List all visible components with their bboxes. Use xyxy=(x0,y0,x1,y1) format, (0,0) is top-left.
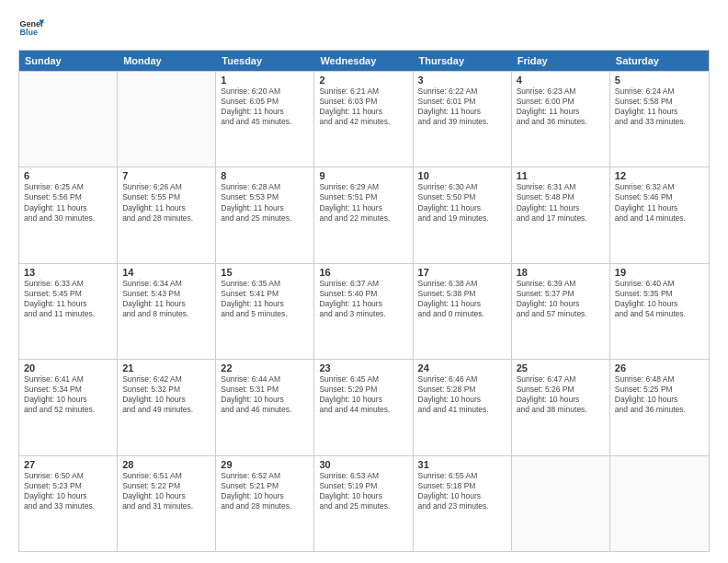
daylight-text: Daylight: 10 hours xyxy=(615,395,704,405)
sunrise-text: Sunrise: 6:38 AM xyxy=(418,279,506,289)
sunset-text: Sunset: 5:50 PM xyxy=(418,192,506,202)
day-number: 8 xyxy=(221,170,309,181)
calendar-row: 20Sunrise: 6:41 AMSunset: 5:34 PMDayligh… xyxy=(19,359,709,454)
sunset-text: Sunset: 5:41 PM xyxy=(221,289,309,299)
sunrise-text: Sunrise: 6:31 AM xyxy=(517,182,605,192)
sunrise-text: Sunrise: 6:33 AM xyxy=(24,279,112,289)
day-number: 7 xyxy=(122,170,210,181)
calendar-cell: 11Sunrise: 6:31 AMSunset: 5:48 PMDayligh… xyxy=(512,167,610,262)
sunset-text: Sunset: 5:31 PM xyxy=(221,385,309,395)
daylight-text: Daylight: 10 hours xyxy=(24,491,112,501)
calendar-cell xyxy=(118,72,216,167)
sunset-text: Sunset: 5:29 PM xyxy=(319,385,407,395)
daylight-text-cont: and and 46 minutes. xyxy=(221,405,309,415)
daylight-text: Daylight: 11 hours xyxy=(221,107,309,117)
calendar-cell: 7Sunrise: 6:26 AMSunset: 5:55 PMDaylight… xyxy=(118,167,216,262)
calendar-cell: 31Sunrise: 6:55 AMSunset: 5:18 PMDayligh… xyxy=(414,456,512,551)
daylight-text: Daylight: 10 hours xyxy=(319,491,407,501)
day-number: 2 xyxy=(319,75,407,86)
daylight-text-cont: and and 38 minutes. xyxy=(517,405,605,415)
sunset-text: Sunset: 5:55 PM xyxy=(122,192,210,202)
daylight-text: Daylight: 11 hours xyxy=(517,203,605,213)
calendar-cell: 9Sunrise: 6:29 AMSunset: 5:51 PMDaylight… xyxy=(314,167,413,262)
sunset-text: Sunset: 5:46 PM xyxy=(615,192,704,202)
daylight-text: Daylight: 11 hours xyxy=(319,299,407,309)
sunset-text: Sunset: 5:26 PM xyxy=(517,385,605,395)
sunset-text: Sunset: 5:58 PM xyxy=(615,97,704,107)
weekday-header: Sunday xyxy=(19,51,118,71)
sunrise-text: Sunrise: 6:55 AM xyxy=(418,471,506,481)
sunset-text: Sunset: 5:25 PM xyxy=(615,385,704,395)
sunset-text: Sunset: 5:43 PM xyxy=(122,289,210,299)
sunset-text: Sunset: 5:34 PM xyxy=(24,385,112,395)
sunset-text: Sunset: 5:35 PM xyxy=(615,289,704,299)
sunset-text: Sunset: 5:40 PM xyxy=(319,289,407,299)
daylight-text-cont: and and 17 minutes. xyxy=(517,213,605,224)
daylight-text: Daylight: 11 hours xyxy=(221,299,309,309)
calendar-cell: 27Sunrise: 6:50 AMSunset: 5:23 PMDayligh… xyxy=(19,456,118,551)
sunrise-text: Sunrise: 6:30 AM xyxy=(418,182,506,192)
sunrise-text: Sunrise: 6:40 AM xyxy=(615,279,704,289)
sunrise-text: Sunrise: 6:35 AM xyxy=(221,279,309,289)
sunset-text: Sunset: 5:23 PM xyxy=(24,481,112,491)
sunrise-text: Sunrise: 6:47 AM xyxy=(517,374,605,385)
daylight-text: Daylight: 10 hours xyxy=(319,395,407,405)
sunset-text: Sunset: 5:22 PM xyxy=(122,481,210,491)
daylight-text: Daylight: 10 hours xyxy=(615,299,704,309)
calendar-cell: 4Sunrise: 6:23 AMSunset: 6:00 PMDaylight… xyxy=(512,72,610,167)
daylight-text: Daylight: 10 hours xyxy=(517,299,605,309)
calendar-cell: 3Sunrise: 6:22 AMSunset: 6:01 PMDaylight… xyxy=(414,72,512,167)
day-number: 12 xyxy=(615,170,704,181)
day-number: 13 xyxy=(24,267,112,278)
daylight-text: Daylight: 11 hours xyxy=(24,203,112,213)
calendar-header: SundayMondayTuesdayWednesdayThursdayFrid… xyxy=(19,51,709,71)
weekday-header: Wednesday xyxy=(314,51,413,71)
daylight-text: Daylight: 11 hours xyxy=(122,203,210,213)
day-number: 25 xyxy=(517,362,605,373)
calendar-cell: 19Sunrise: 6:40 AMSunset: 5:35 PMDayligh… xyxy=(610,264,709,359)
daylight-text-cont: and and 19 minutes. xyxy=(418,213,506,224)
day-number: 18 xyxy=(517,267,605,278)
daylight-text: Daylight: 10 hours xyxy=(122,491,210,501)
sunrise-text: Sunrise: 6:52 AM xyxy=(221,471,309,481)
daylight-text-cont: and and 44 minutes. xyxy=(319,405,407,415)
sunrise-text: Sunrise: 6:42 AM xyxy=(122,374,210,385)
sunset-text: Sunset: 5:37 PM xyxy=(517,289,605,299)
calendar-row: 27Sunrise: 6:50 AMSunset: 5:23 PMDayligh… xyxy=(19,455,709,551)
calendar-cell xyxy=(512,456,610,551)
sunrise-text: Sunrise: 6:48 AM xyxy=(615,374,704,385)
daylight-text-cont: and and 33 minutes. xyxy=(615,117,704,127)
sunrise-text: Sunrise: 6:28 AM xyxy=(221,182,309,192)
sunrise-text: Sunrise: 6:24 AM xyxy=(615,86,704,97)
daylight-text-cont: and and 36 minutes. xyxy=(615,405,704,415)
day-number: 24 xyxy=(418,362,506,373)
sunset-text: Sunset: 6:00 PM xyxy=(517,97,605,107)
daylight-text-cont: and and 8 minutes. xyxy=(122,309,210,319)
day-number: 27 xyxy=(24,459,112,470)
daylight-text-cont: and and 11 minutes. xyxy=(24,309,112,319)
day-number: 15 xyxy=(221,267,309,278)
sunset-text: Sunset: 5:38 PM xyxy=(418,289,506,299)
sunrise-text: Sunrise: 6:29 AM xyxy=(319,182,407,192)
day-number: 30 xyxy=(319,459,407,470)
weekday-header: Saturday xyxy=(610,51,709,71)
sunset-text: Sunset: 5:19 PM xyxy=(319,481,407,491)
calendar-row: 1Sunrise: 6:20 AMSunset: 6:05 PMDaylight… xyxy=(19,71,709,167)
sunset-text: Sunset: 5:21 PM xyxy=(221,481,309,491)
sunrise-text: Sunrise: 6:50 AM xyxy=(24,471,112,481)
calendar-cell: 17Sunrise: 6:38 AMSunset: 5:38 PMDayligh… xyxy=(414,264,512,359)
sunrise-text: Sunrise: 6:32 AM xyxy=(615,182,704,192)
weekday-header: Thursday xyxy=(414,51,512,71)
daylight-text: Daylight: 11 hours xyxy=(319,107,407,117)
calendar-cell: 8Sunrise: 6:28 AMSunset: 5:53 PMDaylight… xyxy=(216,167,314,262)
daylight-text: Daylight: 10 hours xyxy=(418,395,506,405)
day-number: 14 xyxy=(122,267,210,278)
calendar-cell: 16Sunrise: 6:37 AMSunset: 5:40 PMDayligh… xyxy=(314,264,413,359)
weekday-header: Monday xyxy=(118,51,216,71)
svg-text:Blue: Blue xyxy=(19,28,38,37)
day-number: 28 xyxy=(122,459,210,470)
sunrise-text: Sunrise: 6:44 AM xyxy=(221,374,309,385)
daylight-text: Daylight: 11 hours xyxy=(615,107,704,117)
sunset-text: Sunset: 6:05 PM xyxy=(221,97,309,107)
daylight-text: Daylight: 11 hours xyxy=(615,203,704,213)
